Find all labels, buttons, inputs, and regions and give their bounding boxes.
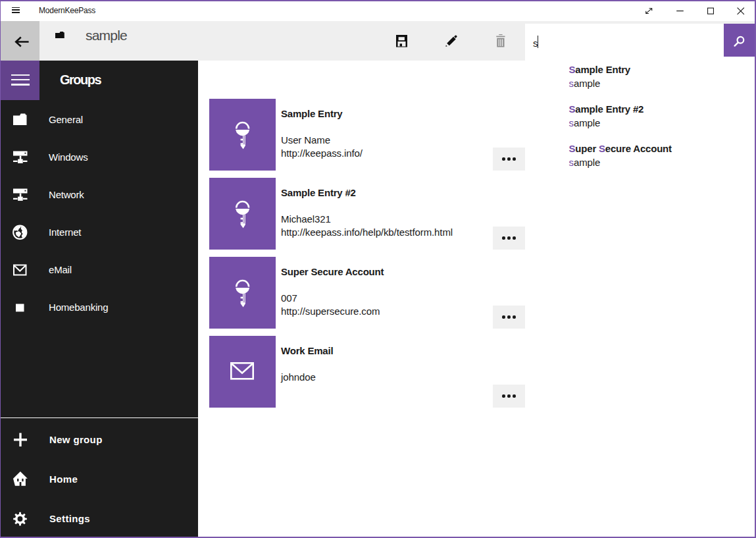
suggestion-text: ecure Account: [605, 143, 672, 154]
icon-cell: [13, 433, 28, 448]
suggestion-title: Super Secure Account: [569, 144, 672, 154]
edit-button[interactable]: [435, 21, 467, 61]
search-button[interactable]: [724, 24, 755, 57]
entry-title: Work Email: [281, 346, 333, 356]
icon-cell: [13, 225, 28, 240]
hamburger-line: [11, 84, 30, 85]
save-icon: [396, 34, 407, 47]
icon-cell: [13, 300, 28, 315]
home-icon: [13, 473, 28, 486]
suggestion-title: Sample Entry #2: [569, 104, 644, 115]
delete-button[interactable]: [484, 21, 517, 61]
footer-label: New group: [49, 420, 103, 460]
sidebar-footer-item-home[interactable]: Home: [0, 460, 198, 499]
group-label: Network: [49, 176, 84, 213]
sidebar-group-item-windows[interactable]: Windows: [0, 138, 198, 176]
hamburger-line: [11, 74, 30, 76]
plus-icon: [14, 433, 27, 447]
entry-tile: [209, 257, 276, 329]
entry-row-work-email[interactable]: Work Email johndoe: [198, 336, 756, 415]
group-label: Homebanking: [49, 288, 108, 326]
square-icon: [16, 303, 24, 312]
maximize-icon: [707, 7, 714, 14]
database-name: sample: [86, 28, 127, 42]
magnifier-icon: [732, 33, 747, 48]
text-caret: [538, 36, 538, 49]
delete-icon: [496, 34, 505, 47]
command-bar: sample s: [0, 21, 756, 61]
highlighted-match-text: S: [569, 103, 576, 115]
key-icon: [236, 199, 249, 229]
hamburger-line: [12, 7, 20, 8]
icon-cell: [209, 99, 276, 171]
entry-more-button[interactable]: [493, 306, 525, 329]
nav-hamburger-button[interactable]: [0, 61, 39, 100]
sidebar-group-item-homebanking[interactable]: Homebanking: [0, 288, 198, 326]
icon-cell: [209, 257, 276, 329]
hamburger-line: [12, 12, 20, 13]
sidebar-group-item-email[interactable]: eMail: [0, 251, 198, 288]
entry-title: Super Secure Account: [281, 267, 384, 277]
suggestion-text: ample Entry: [575, 64, 630, 75]
icon-cell: [209, 336, 276, 408]
entry-details: 007 http://supersecure.com: [281, 292, 380, 318]
ellipsis-dot: [513, 394, 515, 397]
sidebar-footer-item-new-group[interactable]: New group: [0, 420, 198, 460]
key-icon: [236, 278, 249, 308]
search-suggestion-item-sample-entry-2[interactable]: Sample Entry #2 sample: [525, 96, 755, 136]
ellipsis-dot: [513, 315, 515, 318]
window-title: ModernKeePass: [39, 1, 95, 20]
highlighted-match-text: s: [569, 157, 574, 168]
back-button[interactable]: [0, 21, 39, 61]
icon-cell: [209, 178, 276, 250]
suggestion-title: Sample Entry: [569, 65, 630, 75]
suggestion-text: ample: [574, 78, 600, 89]
highlighted-match-text: S: [569, 64, 576, 75]
entry-row-sample-entry-2[interactable]: Sample Entry #2 Michael321 http://keepas…: [198, 178, 756, 257]
highlighted-match-text: S: [569, 143, 576, 154]
network-drive-icon: [13, 188, 28, 201]
network-drive-icon: [13, 151, 28, 163]
ellipsis-dot: [507, 394, 510, 397]
suggestion-subtitle: sample: [569, 78, 601, 89]
entry-details: johndoe: [281, 371, 316, 384]
sidebar-footer-item-settings[interactable]: Settings: [0, 499, 198, 538]
footer-label: Settings: [49, 499, 90, 538]
icon-cell: [13, 149, 28, 165]
search-suggestions: Sample Entry sample Sample Entry #2 samp…: [525, 57, 755, 179]
entry-title: Sample Entry: [281, 109, 342, 119]
highlighted-match-text: s: [569, 78, 574, 89]
close-icon: [737, 7, 745, 15]
footer-label: Home: [49, 460, 78, 499]
minimize-button[interactable]: [665, 1, 695, 21]
app-window: ModernKeePass sample s Groups General Wi…: [0, 0, 756, 538]
ellipsis-dot: [513, 157, 515, 160]
maximize-button[interactable]: [695, 1, 726, 21]
entry-row-super-secure-account[interactable]: Super Secure Account 007 http://supersec…: [198, 257, 756, 336]
hamburger-line: [12, 9, 20, 10]
sidebar-separator: [0, 417, 198, 418]
database-folder-icon: [55, 32, 64, 38]
search-suggestion-item-super-secure-account[interactable]: Super Secure Account sample: [525, 136, 755, 175]
folder-icon: [55, 32, 64, 38]
entry-more-button[interactable]: [493, 385, 525, 408]
search-suggestion-item-sample-entry[interactable]: Sample Entry sample: [525, 57, 755, 96]
entry-more-button[interactable]: [493, 227, 525, 250]
icon-cell: [13, 112, 28, 127]
groups-header: Groups: [60, 73, 101, 86]
window-border-left: [0, 0, 1, 538]
sidebar-group-item-network[interactable]: Network: [0, 176, 198, 213]
save-button[interactable]: [386, 21, 418, 61]
ellipsis-dot: [502, 236, 505, 239]
highlighted-match-text: S: [599, 143, 605, 154]
suggestion-text: ample: [574, 157, 600, 168]
search-box[interactable]: s: [525, 24, 724, 57]
ellipsis-dot: [513, 236, 515, 239]
close-button[interactable]: [726, 1, 756, 21]
ellipsis-dot: [502, 315, 505, 318]
fullscreen-button[interactable]: [634, 1, 665, 21]
suggestion-text: ample: [574, 117, 600, 128]
entry-more-button[interactable]: [493, 148, 525, 171]
sidebar-group-item-general[interactable]: General: [0, 101, 198, 138]
sidebar-group-item-internet[interactable]: Internet: [0, 213, 198, 251]
